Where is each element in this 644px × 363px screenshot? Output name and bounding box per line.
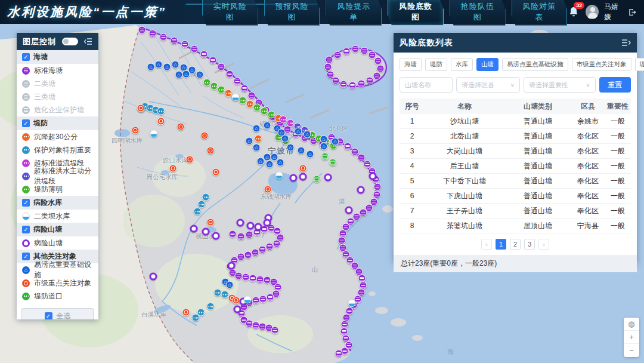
nav-button[interactable]: 抢险队伍图 — [450, 0, 506, 26]
table-row[interactable]: 5下中岙下山塘普通山塘奉化区一般 — [400, 174, 631, 189]
marker-seawall[interactable] — [266, 243, 274, 251]
layer-item[interactable]: 病险山塘 — [17, 236, 98, 250]
marker-protect[interactable] — [194, 208, 202, 216]
collapse-panel-icon[interactable] — [84, 38, 92, 45]
table-row[interactable]: 1沙坑山塘普通山塘余姚市一般 — [400, 114, 631, 129]
marker-flood[interactable] — [246, 137, 253, 145]
marker-pond[interactable] — [212, 232, 220, 240]
next-page-button[interactable]: › — [538, 239, 549, 250]
marker-gate[interactable] — [313, 176, 321, 183]
layer-item[interactable]: 危化企业保护塘 — [17, 103, 98, 116]
marker-city[interactable] — [169, 165, 177, 173]
table-row[interactable]: 7王子弄山塘普通山塘奉化区一般 — [400, 204, 631, 219]
marker-seawall[interactable] — [160, 33, 168, 41]
marker-seawall[interactable] — [377, 65, 385, 73]
marker-seawall[interactable] — [267, 294, 274, 302]
marker-seawall[interactable] — [332, 77, 340, 85]
marker-seawall[interactable] — [244, 251, 252, 259]
marker-flood[interactable] — [266, 161, 274, 168]
select-all-button[interactable]: ✓全选 — [21, 308, 94, 319]
marker-city[interactable] — [212, 168, 220, 176]
collapse-list-icon[interactable] — [622, 39, 631, 47]
page-button[interactable]: 1 — [496, 239, 506, 250]
marker-seawall[interactable] — [335, 350, 343, 358]
nav-button[interactable]: 预报风险图 — [264, 0, 320, 26]
layer-item[interactable]: 二类塘 — [17, 77, 98, 90]
marker-sink[interactable] — [246, 100, 254, 108]
marker-pond[interactable] — [255, 223, 262, 231]
marker-flood[interactable] — [277, 159, 284, 167]
marker-flood[interactable] — [320, 143, 328, 150]
nav-button[interactable]: 实时风险图 — [202, 0, 258, 26]
marker-res[interactable] — [232, 94, 240, 101]
marker-seawall[interactable] — [138, 26, 146, 34]
marker-sink[interactable] — [255, 135, 262, 143]
tab-海塘[interactable]: 海塘 — [400, 58, 422, 71]
marker-pond[interactable] — [247, 222, 255, 230]
layer-item[interactable]: 二类坝水库 — [17, 210, 98, 223]
checkbox-checked[interactable]: ✓ — [22, 226, 30, 233]
zoom-out-button[interactable]: − — [624, 344, 639, 357]
marker-seawall[interactable] — [234, 78, 242, 85]
marker-pond[interactable] — [190, 225, 198, 233]
marker-flood[interactable] — [253, 125, 261, 133]
marker-seawall[interactable] — [366, 77, 374, 85]
marker-seawall[interactable] — [324, 63, 332, 71]
marker-seawall[interactable] — [226, 70, 234, 78]
layer-item[interactable]: 超标准洪水主动分洪堤段 — [17, 170, 98, 183]
importance-select[interactable]: 请选择重要性 ∨ — [524, 77, 596, 93]
marker-seawall[interactable] — [358, 80, 366, 88]
marker-seawall[interactable] — [340, 328, 348, 336]
table-row[interactable]: 8茶婆坑山塘屋顶山塘宁海县一般 — [400, 219, 631, 233]
marker-seawall[interactable] — [209, 57, 217, 64]
table-row[interactable]: 2北岙山塘普通山塘奉化区一般 — [400, 129, 631, 144]
layer-item[interactable]: 标准海塘 — [17, 64, 98, 77]
marker-protect[interactable] — [157, 107, 165, 115]
prev-page-button[interactable]: ‹ — [481, 239, 492, 250]
marker-flood[interactable] — [147, 63, 155, 71]
nav-button[interactable]: 风险提示单 — [326, 0, 382, 26]
marker-seawall[interactable] — [326, 56, 333, 64]
marker-seawall[interactable] — [361, 47, 369, 55]
marker-city[interactable] — [201, 132, 209, 140]
marker-pond[interactable] — [324, 174, 332, 182]
nav-button[interactable]: 风险对策表 — [512, 0, 568, 26]
marker-seawall[interactable] — [229, 230, 237, 238]
marker-seawall[interactable] — [334, 51, 342, 59]
zoom-in-button[interactable]: + — [624, 331, 639, 344]
marker-flood[interactable] — [332, 138, 339, 146]
marker-seawall[interactable] — [259, 246, 267, 254]
tab-堤防道口[interactable]: 堤防道口 — [635, 58, 644, 71]
layer-item[interactable]: 市级重点关注对象 — [17, 276, 98, 290]
marker-seawall[interactable] — [373, 72, 381, 80]
marker-pond[interactable] — [369, 173, 377, 180]
marker-seawall[interactable] — [237, 233, 245, 241]
tab-市级重点关注对象[interactable]: 市级重点关注对象 — [572, 58, 631, 71]
tab-水库[interactable]: 水库 — [451, 58, 473, 71]
layer-toggle[interactable] — [62, 38, 78, 45]
marker-pond[interactable] — [299, 173, 307, 181]
marker-res[interactable] — [244, 296, 252, 304]
marker-seawall[interactable] — [248, 92, 256, 100]
page-button[interactable]: 3 — [524, 239, 535, 250]
marker-pond[interactable] — [345, 207, 353, 214]
layer-item[interactable]: 沉降超30公分 — [17, 130, 98, 143]
marker-flood[interactable] — [196, 71, 204, 79]
marker-flood[interactable] — [155, 61, 163, 69]
marker-seawall[interactable] — [338, 237, 346, 245]
marker-seawall[interactable] — [349, 82, 357, 90]
marker-seawall[interactable] — [327, 71, 335, 79]
marker-flood[interactable] — [295, 128, 302, 136]
marker-protect[interactable] — [214, 289, 222, 297]
marker-city[interactable] — [207, 147, 215, 155]
notification-bell-icon[interactable]: 32 — [567, 5, 580, 19]
marker-flood[interactable] — [264, 122, 271, 130]
marker-pond[interactable] — [290, 174, 298, 182]
marker-city[interactable] — [132, 127, 140, 134]
basemap-button[interactable]: ◍ — [624, 318, 639, 331]
marker-city[interactable] — [157, 118, 165, 125]
marker-city[interactable] — [186, 156, 194, 164]
marker-city[interactable] — [177, 123, 185, 131]
marker-seawall[interactable] — [149, 30, 157, 38]
marker-sink[interactable] — [225, 90, 233, 97]
